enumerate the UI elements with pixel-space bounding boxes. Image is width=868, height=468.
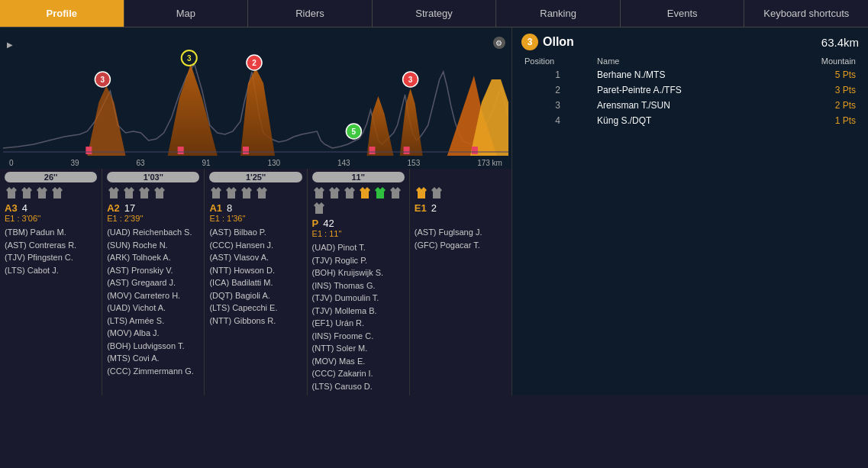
jersey-icon [107,186,121,199]
km-axis: 0 39 63 91 130 143 153 173 km [3,157,508,169]
group-p: 11'' P 42 E1 : 11'' (UAD) Pinot T. [308,169,410,395]
col-name: Name [594,55,776,67]
name-2: Paret-Peintre A./TFS [594,82,776,98]
name-3: Arensman T./SUN [594,98,776,113]
group-p-gap: E1 : 11'' [312,229,405,238]
right-panel: 3 Ollon 63.4km Position Name Mountain 1 … [511,27,868,395]
name-1: Berhane N./MTS [594,67,776,82]
group-a3-time: 26'' [5,172,97,182]
svg-marker-45 [390,187,401,198]
svg-rect-12 [404,147,410,154]
svg-marker-46 [314,202,324,214]
svg-text:3: 3 [187,54,192,63]
jersey-icon [122,186,136,199]
group-a1-count: 8 [227,202,232,214]
svg-text:5: 5 [352,127,357,136]
pts-4: 1 Pts [777,113,859,128]
jersey-icon [5,186,18,199]
table-row: 1 Berhane N./MTS 5 Pts [521,67,859,82]
svg-marker-44 [375,187,386,198]
group-a3-code: A3 [5,202,18,214]
jersey-icon [430,186,444,199]
jersey-icon [153,186,166,199]
pts-3: 2 Pts [777,98,859,113]
pos-3: 3 [521,98,594,113]
svg-marker-41 [329,187,340,198]
jersey-icon [35,186,49,199]
jersey-orange-icon [415,186,428,199]
group-e1-count: 2 [431,202,437,214]
pos-2: 2 [521,82,594,98]
group-a1-jerseys [209,186,302,199]
tab-riders[interactable]: Riders [248,0,373,27]
group-a1: 1'25'' A1 8 E1 : 1'36'' (AST) Bilbao P. … [205,169,307,395]
svg-rect-8 [86,147,92,154]
svg-marker-42 [344,187,355,198]
tab-strategy[interactable]: Strategy [373,0,497,27]
svg-marker-33 [124,187,134,198]
svg-marker-34 [139,187,150,198]
group-e1-riders: (AST) Fuglsang J. (GFC) Pogacar T. [415,226,507,251]
svg-text:3: 3 [101,76,105,84]
group-a2-jerseys [107,186,199,199]
svg-text:⚙: ⚙ [495,39,502,47]
svg-marker-43 [360,187,370,198]
svg-marker-40 [314,187,324,198]
jersey-icon [312,201,326,215]
jersey-orange-icon [358,186,372,199]
col-mountain: Mountain [777,55,859,67]
tab-ranking[interactable]: Ranking [496,0,621,27]
pos-4: 4 [521,113,594,128]
group-e1-jerseys [415,186,507,199]
jersey-icon [343,186,357,199]
svg-rect-13 [472,147,478,154]
table-row: 2 Paret-Peintre A./TFS 3 Pts [521,82,859,98]
group-a2-count: 17 [124,202,135,214]
svg-marker-32 [108,187,119,198]
pts-2: 3 Pts [777,82,859,98]
pts-1: 5 Pts [777,67,859,82]
tab-keyboard-shortcuts[interactable]: Keyboard shortcuts [744,0,868,27]
groups-container: 26'' A3 4 E1 : 3'06'' (TBM) Padun M. (AS… [0,169,511,395]
nav-tabs: Profile Map Riders Strategy Ranking Even… [0,0,868,27]
svg-marker-35 [154,187,165,198]
group-a3-gap: E1 : 3'06'' [5,214,97,223]
jersey-icon [328,186,341,199]
jersey-icon [255,186,269,199]
jersey-icon [240,186,253,199]
svg-marker-47 [416,187,427,198]
jersey-green-icon [373,186,387,199]
table-row: 3 Arensman T./SUN 2 Pts [521,98,859,113]
jersey-icon [389,186,402,199]
mountain-badge: 3 [521,34,538,50]
group-a2-riders: (UAD) Reichenbach S. (SUN) Roche N. (ARK… [107,226,199,377]
jersey-icon [137,186,151,199]
panel-km: 63.4km [821,36,859,49]
group-p-jerseys [312,186,405,215]
jersey-icon [20,186,34,199]
group-p-count: 42 [323,218,334,229]
group-a3-jerseys [5,186,97,199]
svg-marker-48 [431,187,442,198]
svg-rect-10 [243,147,249,154]
group-a1-gap: E1 : 1'36'' [209,214,302,223]
tab-map[interactable]: Map [124,0,249,27]
svg-marker-31 [52,187,63,198]
tab-profile[interactable]: Profile [0,0,124,27]
group-a1-code: A1 [209,202,222,214]
group-e1: -- E1 2 -- (AST) Fuglsang J. (GFC) Pogac… [410,169,511,395]
group-e1-code: E1 [415,202,427,214]
ranking-table: Position Name Mountain 1 Berhane N./MTS … [521,55,859,128]
svg-rect-11 [369,147,375,154]
tab-events[interactable]: Events [621,0,745,27]
jersey-icon [312,186,326,199]
svg-rect-9 [178,147,184,154]
group-a1-riders: (AST) Bilbao P. (CCC) Hansen J. (AST) Vl… [209,226,302,327]
svg-text:2: 2 [252,59,257,67]
svg-marker-38 [241,187,252,198]
svg-marker-29 [21,187,32,198]
svg-marker-30 [37,187,47,198]
svg-text:3: 3 [408,76,413,84]
table-row: 4 Küng S./DQT 1 Pts [521,113,859,128]
svg-marker-39 [257,187,267,198]
